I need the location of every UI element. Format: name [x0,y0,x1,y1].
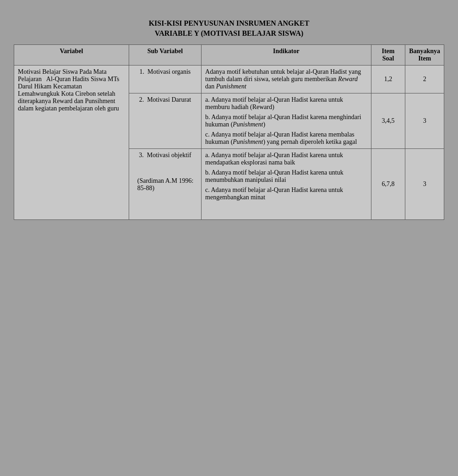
page-container: KISI-KISI PENYUSUNAN INSRUMEN ANGKET VAR… [9,9,449,229]
header-variabel: Variabel [14,44,129,65]
indikator-2: a. Adanya motif belajar al-Quran Hadist … [202,93,371,148]
sub-variabel-2: 2. Motivasi Darurat [129,93,201,148]
header-banyaknya-item: BanyaknyaItem [405,44,444,65]
header-sub-variabel: Sub Variabel [129,44,201,65]
header-indikator: Indikator [202,44,371,65]
banyaknya-item-3: 3 [405,148,444,219]
indikator-1: Adanya motif kebutuhan untuk belajar al-… [202,65,371,93]
item-soal-3: 6,7,8 [371,148,405,219]
table-row: Motivasi Belajar Siswa Pada Mata Pelajar… [14,65,444,93]
header-item-soal: ItemSoal [371,44,405,65]
item-soal-1: 1,2 [371,65,405,93]
indikator-3: a. Adanya motif belajar al-Quran Hadist … [202,148,371,219]
main-table: Variabel Sub Variabel Indikator ItemSoal… [14,44,444,220]
variabel-cell: Motivasi Belajar Siswa Pada Mata Pelajar… [14,65,129,219]
banyaknya-item-1: 2 [405,65,444,93]
page-title: KISI-KISI PENYUSUNAN INSRUMEN ANGKET VAR… [14,18,444,39]
sub-variabel-3: 3. Motivasi objektif (Sardiman A.M 1996:… [129,148,201,219]
sub-variabel-1: 1. Motivasi organis [129,65,201,93]
item-soal-2: 3,4,5 [371,93,405,148]
banyaknya-item-2: 3 [405,93,444,148]
